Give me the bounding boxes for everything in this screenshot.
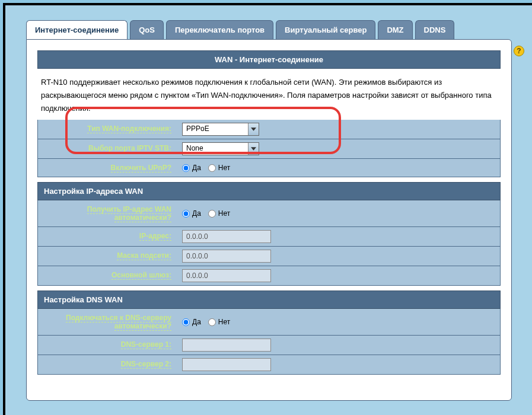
wan-type-label: Тип WAN-подключения: [38,120,177,139]
dns-auto-yes-label: Да [192,318,201,326]
wan-ip-auto-yes-radio[interactable] [182,210,190,218]
dns-auto-yes-radio[interactable] [182,318,190,326]
upnp-radio-group: Да Нет [182,164,230,172]
upnp-yes-label: Да [192,164,201,172]
chevron-down-icon [248,123,259,135]
dns1-input[interactable] [182,339,271,352]
upnp-no-radio[interactable] [208,164,216,172]
tab-port-trigger[interactable]: Переключатель портов [166,20,273,39]
dns2-label: DNS-сервер 2: [38,355,177,374]
dns-auto-radio-group: Да Нет [182,318,230,326]
ip-address-label: IP-адрес: [38,227,177,246]
tab-ddns[interactable]: DDNS [415,20,455,39]
router-admin-frame: Интернет-соединение QoS Переключатель по… [3,3,532,415]
tab-dmz[interactable]: DMZ [378,20,412,39]
ip-address-input[interactable] [182,230,271,243]
wan-type-value: PPPoE [183,123,248,135]
help-icon[interactable]: ? [514,46,524,56]
page-title: WAN - Интернет-соединение [37,50,501,69]
tab-qos[interactable]: QoS [130,20,164,39]
subnet-mask-label: Маска подсети: [38,247,177,266]
dns-section: Настройка DNS WAN Подключаться к DNS-сер… [37,290,501,375]
wan-ip-auto-no-radio[interactable] [208,210,216,218]
chevron-down-icon [248,143,259,155]
dns-auto-label: Подключаться к DNS-серверу автоматически… [38,309,177,335]
wan-ip-auto-yes-label: Да [192,209,201,218]
wan-ip-auto-radio-group: Да Нет [182,209,230,218]
settings-panel: ? WAN - Интернет-соединение RT-N10 подде… [26,39,512,401]
wan-ip-auto-no-label: Нет [218,209,230,218]
upnp-yes-radio[interactable] [182,164,190,172]
iptv-port-value: None [183,143,248,155]
tab-internet-connection[interactable]: Интернет-соединение [26,20,128,39]
upnp-label: Включить UPnP? [38,159,177,177]
wan-basic-section: Тип WAN-подключения: PPPoE Выбор порта I… [37,120,501,177]
wan-ip-section: Настройка IP-адреса WAN Получить IP-адре… [37,182,501,286]
page-description: RT-N10 поддерживает несколько режимов по… [37,69,501,120]
iptv-port-select[interactable]: None [182,142,259,155]
dns-auto-no-label: Нет [218,318,230,326]
wan-ip-auto-label: Получить IP-адрес WAN автоматически? [38,200,177,226]
upnp-no-label: Нет [218,164,230,172]
gateway-label: Основной шлюз: [38,266,177,285]
dns-section-header: Настройка DNS WAN [37,290,501,309]
iptv-port-label: Выбор порта IPTV STB: [38,139,177,158]
wan-ip-section-header: Настройка IP-адреса WAN [37,182,501,200]
gateway-input[interactable] [182,269,271,282]
wan-type-select[interactable]: PPPoE [182,123,259,136]
tab-virtual-server[interactable]: Виртуальный сервер [276,20,375,39]
subnet-mask-input[interactable] [182,250,271,263]
dns-auto-no-radio[interactable] [208,318,216,326]
dns1-label: DNS-сервер 1: [38,336,177,355]
dns2-input[interactable] [182,358,271,371]
tab-bar: Интернет-соединение QoS Переключатель по… [26,20,512,39]
